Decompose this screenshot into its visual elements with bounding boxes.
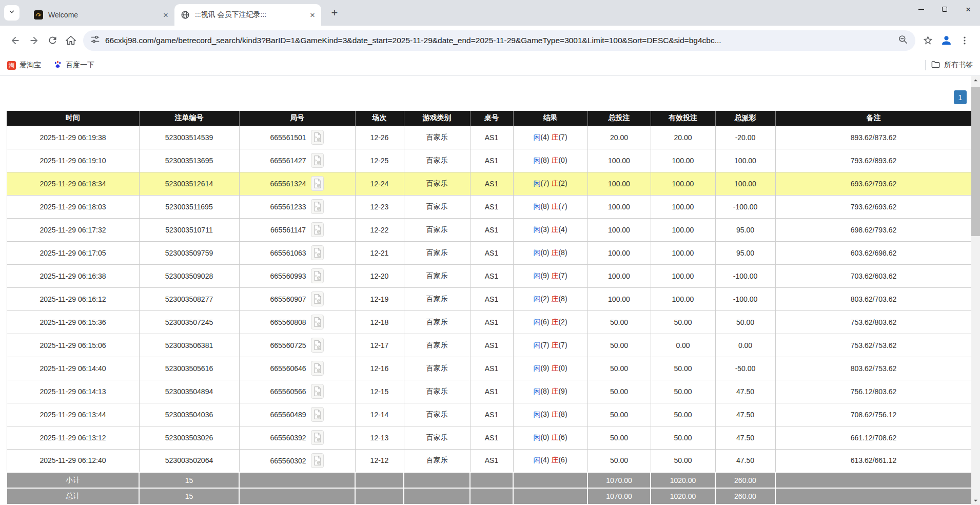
banker-label: 庄 [551,456,558,464]
cell-note: 793.62/693.62 [775,195,972,218]
banker-label: 庄 [551,202,558,210]
cell-result: 闲(3) 庄(4) [513,218,587,241]
tab-betrecord[interactable]: :::视讯 会员下注纪录::: × [174,4,321,26]
cell-total-bet: 100.00 [587,241,651,264]
video-playback-button[interactable] [311,315,324,329]
cell-payout: 100.00 [715,149,775,172]
table-row: 2025-11-29 06:18:34 523003512614 6655613… [7,172,972,195]
back-button[interactable] [6,31,25,50]
vertical-scrollbar[interactable] [971,76,980,505]
video-playback-button[interactable] [311,199,324,214]
zoom-out-page-icon[interactable] [898,34,908,47]
home-button[interactable] [62,31,80,50]
round-number: 665560392 [270,434,308,442]
new-tab-button[interactable]: + [326,5,343,21]
player-label: 闲 [533,341,540,349]
cell-valid-bet: 100.00 [651,172,715,195]
all-bookmarks-label: 所有书签 [944,61,973,70]
cell-session: 12-13 [355,426,404,449]
maximize-icon [942,7,947,12]
tab-welcome[interactable]: Welcome × [28,4,174,26]
tab-close-icon[interactable]: × [310,11,315,20]
cell-result: 闲(3) 庄(8) [513,403,587,426]
scroll-down-arrow-icon[interactable] [971,496,980,505]
table-row: 2025-11-29 06:12:40 523003502064 6655603… [7,449,972,472]
cell-payout: 95.00 [715,241,775,264]
minimize-button[interactable] [909,0,933,18]
bookmark-taobao[interactable]: 淘 爱淘宝 [7,61,41,70]
banker-label: 庄 [551,156,558,164]
video-playback-button[interactable] [311,453,324,468]
cell-session: 12-23 [355,195,404,218]
profile-avatar[interactable] [937,31,955,50]
cell-table-no: AS1 [470,334,513,357]
cell-time: 2025-11-29 06:17:05 [7,241,139,264]
player-label: 闲 [533,271,540,280]
pagination-page-1[interactable]: 1 [954,90,967,104]
video-playback-button[interactable] [311,292,324,306]
site-info-icon[interactable] [90,34,100,46]
banker-label: 庄 [551,271,558,280]
round-number: 665560993 [270,272,308,280]
video-playback-button[interactable] [311,130,324,145]
cell-valid-bet: 100.00 [651,287,715,310]
header-note: 备注 [775,111,972,126]
cell-time: 2025-11-29 06:16:38 [7,264,139,287]
header-round-id: 局号 [239,111,355,126]
cell-total-bet: 50.00 [587,449,651,472]
bookmark-star-button[interactable] [918,31,937,50]
cell-bet-id: 523003504894 [139,380,239,403]
cell-bet-id: 523003506381 [139,334,239,357]
video-playback-button[interactable] [311,384,324,399]
cell-note: 753.62/753.62 [775,334,972,357]
bookmark-baidu[interactable]: 百度一下 [53,60,94,70]
cell-note: 793.62/893.62 [775,149,972,172]
cell-time: 2025-11-29 06:14:40 [7,357,139,380]
video-playback-button[interactable] [311,153,324,168]
menu-button[interactable] [955,31,974,50]
round-number: 665560808 [270,318,308,326]
cell-game-type: 百家乐 [404,126,470,149]
cell-valid-bet: 50.00 [651,357,715,380]
table-row: 2025-11-29 06:13:12 523003503026 6655603… [7,426,972,449]
cell-total-bet: 50.00 [587,426,651,449]
cell-game-type: 百家乐 [404,357,470,380]
cell-game-type: 百家乐 [404,172,470,195]
url-text[interactable]: 66cxkj98.com/game/betrecord_search/kind3… [105,36,898,45]
subtotal-label: 小计 [7,472,139,488]
reload-button[interactable] [43,31,62,50]
scroll-up-arrow-icon[interactable] [971,76,980,85]
forward-button[interactable] [25,31,43,50]
taobao-icon: 淘 [7,61,16,70]
all-bookmarks-button[interactable]: 所有书签 [931,60,973,71]
cell-note: 703.62/603.62 [775,264,972,287]
header-game-type: 游戏类别 [404,111,470,126]
tab-search-button[interactable] [4,5,19,21]
cell-time: 2025-11-29 06:18:03 [7,195,139,218]
tab-title: Welcome [48,11,159,19]
url-bar[interactable]: 66cxkj98.com/game/betrecord_search/kind3… [83,30,915,51]
video-playback-button[interactable] [311,361,324,376]
cell-result: 闲(4) 庄(7) [513,126,587,149]
cell-payout: 47.50 [715,403,775,426]
video-file-icon [313,248,322,258]
tab-close-icon[interactable]: × [163,11,168,20]
scrollbar-thumb[interactable] [971,87,980,236]
cell-game-type: 百家乐 [404,287,470,310]
video-playback-button[interactable] [311,222,324,237]
cell-time: 2025-11-29 06:17:32 [7,218,139,241]
cell-payout: -50.00 [715,357,775,380]
maximize-button[interactable] [933,0,956,18]
video-playback-button[interactable] [311,407,324,422]
cell-total-bet: 50.00 [587,380,651,403]
round-number: 665561233 [270,203,308,211]
video-playback-button[interactable] [311,245,324,260]
video-playback-button[interactable] [311,176,324,191]
video-playback-button[interactable] [311,268,324,283]
video-playback-button[interactable] [311,338,324,353]
cell-session: 12-17 [355,334,404,357]
video-playback-button[interactable] [311,430,324,445]
cell-round-id: 665560392 [239,426,355,449]
round-number: 665560646 [270,364,308,373]
close-button[interactable]: × [956,0,980,18]
